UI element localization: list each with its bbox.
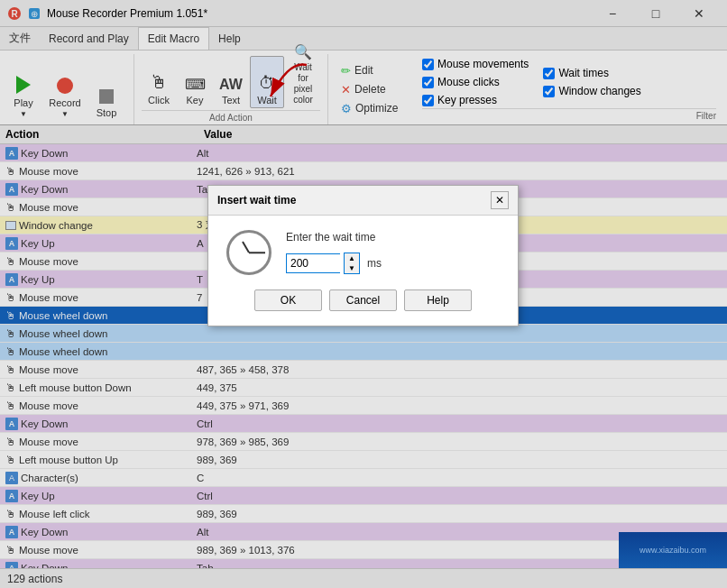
dialog-overlay: Insert wait time ✕ Enter the wait time ▲ <box>0 0 727 588</box>
dialog-title: Insert wait time <box>217 194 296 207</box>
spinner-down[interactable]: ▼ <box>345 263 359 273</box>
dialog-title-bar: Insert wait time ✕ <box>208 186 518 216</box>
cancel-button[interactable]: Cancel <box>329 289 397 311</box>
clock-hand-minute <box>249 252 265 253</box>
clock-face <box>229 233 269 272</box>
dialog-close-button[interactable]: ✕ <box>491 191 509 209</box>
dialog-buttons: OK Cancel Help <box>226 289 500 311</box>
dialog-body: Enter the wait time ▲ ▼ ms OK Cancel Hel… <box>208 216 518 326</box>
ok-button[interactable]: OK <box>254 289 322 311</box>
dialog-content: Enter the wait time ▲ ▼ ms <box>226 230 500 275</box>
spinner-up[interactable]: ▲ <box>345 253 359 263</box>
dialog-unit: ms <box>367 257 382 270</box>
help-button[interactable]: Help <box>404 289 472 311</box>
spinner-buttons: ▲ ▼ <box>344 253 360 274</box>
insert-wait-dialog: Insert wait time ✕ Enter the wait time ▲ <box>207 185 519 326</box>
wait-time-input[interactable] <box>286 253 340 273</box>
dialog-input-area: Enter the wait time ▲ ▼ ms <box>286 231 382 274</box>
dialog-input-row: ▲ ▼ ms <box>286 253 382 274</box>
dialog-label: Enter the wait time <box>286 231 382 243</box>
clock-icon <box>226 230 271 275</box>
